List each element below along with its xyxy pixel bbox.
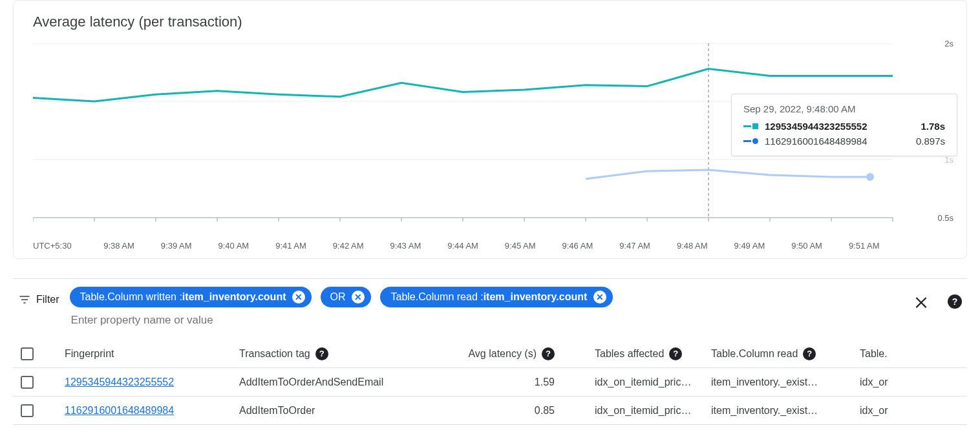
x-tick-label: 9:48 AM — [663, 241, 721, 251]
x-tick-label: 9:39 AM — [147, 241, 205, 251]
chip-remove-icon[interactable]: ✕ — [292, 291, 305, 304]
tooltip-row: 1162916001648489984 0.897s — [743, 136, 945, 147]
chart-plot-area[interactable]: 2s 1.5s 1s 0.5s Sep 29, 2022, 9:48:00 AM… — [33, 43, 953, 237]
row-checkbox[interactable] — [21, 376, 34, 389]
x-tick-label: 9:43 AM — [377, 241, 434, 251]
th-column-write[interactable]: Table. — [860, 348, 931, 360]
x-tick-label: 9:44 AM — [434, 241, 492, 251]
table-row: 1295345944323255552 AddItemToOrderAndSen… — [13, 368, 967, 397]
filter-chips-area: Table.Column written : item_inventory.co… — [67, 287, 913, 333]
chart-series-2-endpoint — [866, 173, 874, 181]
filter-bar: Filter Table.Column written : item_inven… — [13, 278, 967, 333]
close-icon — [913, 293, 930, 310]
filter-icon — [18, 293, 31, 306]
filter-button-label: Filter — [36, 294, 59, 305]
th-label: Avg latency (s) — [468, 348, 537, 360]
transactions-table: Fingerprint Transaction tag ? Avg latenc… — [13, 340, 967, 425]
chip-value: item_inventory.count — [484, 291, 588, 303]
legend-swatch — [743, 138, 758, 144]
x-tick-label: 9:40 AM — [205, 241, 262, 251]
th-column-read[interactable]: Table.Column read ? — [711, 347, 860, 360]
filter-button[interactable]: Filter — [13, 287, 67, 306]
x-tick-label: 9:42 AM — [319, 241, 377, 251]
tooltip-timestamp: Sep 29, 2022, 9:48:00 AM — [743, 103, 945, 114]
x-tick-label: 9:41 AM — [262, 241, 320, 251]
th-tables-affected[interactable]: Tables affected ? — [562, 347, 711, 360]
tables-affected: idx_on_itemid_pric… — [595, 376, 691, 388]
tooltip-series-value: 1.78s — [921, 121, 945, 132]
transaction-tag: AddItemToOrder — [239, 405, 315, 417]
help-button[interactable]: ? — [948, 294, 962, 309]
tooltip-series-id: 1295345944323255552 — [765, 121, 868, 132]
th-transaction-tag[interactable]: Transaction tag ? — [239, 347, 433, 360]
th-label: Table.Column read — [711, 348, 798, 360]
x-tick-label: 9:46 AM — [549, 241, 606, 251]
column-read: item_inventory._exist… — [711, 405, 818, 417]
y-tick-label: 2s — [941, 39, 953, 48]
clear-filter-button[interactable] — [913, 293, 930, 310]
x-tick-label: 9:45 AM — [491, 241, 549, 251]
table-row: 1162916001648489984 AddItemToOrder 0.85 … — [13, 397, 967, 425]
table-header-row: Fingerprint Transaction tag ? Avg latenc… — [13, 340, 967, 368]
avg-latency: 0.85 — [535, 405, 555, 417]
chart-tooltip: Sep 29, 2022, 9:48:00 AM 129534594432325… — [731, 94, 957, 156]
legend-swatch — [743, 123, 758, 129]
latency-chart-card: Average latency (per transaction) — [13, 0, 967, 259]
x-axis-timezone: UTC+5:30 — [33, 241, 91, 251]
x-tick-label: 9:49 AM — [721, 241, 778, 251]
chip-prefix: Table.Column read : — [390, 291, 483, 303]
row-checkbox[interactable] — [21, 404, 34, 417]
transaction-tag: AddItemToOrderAndSendEmail — [239, 376, 383, 388]
chart-series-2 — [586, 170, 870, 179]
chip-prefix: Table.Column written : — [80, 291, 182, 303]
filter-chip-read[interactable]: Table.Column read : item_inventory.count… — [380, 287, 613, 307]
x-tick-label: 9:47 AM — [606, 241, 664, 251]
tooltip-series-value: 0.897s — [916, 136, 945, 147]
y-tick-label: 0.5s — [933, 213, 953, 223]
chip-operator-label: OR — [330, 291, 345, 303]
select-all-checkbox[interactable] — [21, 347, 34, 360]
fingerprint-link[interactable]: 1295345944323255552 — [65, 376, 174, 388]
help-icon[interactable]: ? — [803, 347, 816, 360]
help-icon[interactable]: ? — [542, 347, 555, 360]
help-icon[interactable]: ? — [315, 347, 328, 360]
filter-chip-operator[interactable]: OR ✕ — [321, 287, 371, 307]
x-axis-ticks — [33, 218, 893, 222]
th-label: Tables affected — [595, 348, 664, 360]
filter-input[interactable] — [70, 313, 264, 333]
tables-affected: idx_on_itemid_pric… — [595, 405, 691, 417]
fingerprint-link[interactable]: 1162916001648489984 — [65, 405, 174, 417]
tooltip-series-id: 1162916001648489984 — [765, 136, 868, 147]
th-fingerprint[interactable]: Fingerprint — [65, 348, 239, 360]
filter-chip-written[interactable]: Table.Column written : item_inventory.co… — [70, 287, 312, 307]
th-avg-latency[interactable]: Avg latency (s) ? — [433, 347, 562, 360]
help-icon[interactable]: ? — [669, 347, 682, 360]
chart-title: Average latency (per transaction) — [33, 14, 953, 30]
th-label: Table. — [860, 348, 888, 360]
x-axis-labels: UTC+5:30 9:38 AM 9:39 AM 9:40 AM 9:41 AM… — [33, 241, 893, 251]
x-tick-label: 9:51 AM — [835, 241, 893, 251]
column-write: idx_or — [860, 405, 888, 417]
tooltip-row: 1295345944323255552 1.78s — [743, 121, 945, 132]
x-tick-label: 9:50 AM — [778, 241, 836, 251]
x-tick-label: 9:38 AM — [91, 241, 148, 251]
chip-value: item_inventory.count — [182, 291, 286, 303]
column-read: item_inventory._exist… — [711, 376, 818, 388]
chip-remove-icon[interactable]: ✕ — [593, 291, 606, 304]
column-write: idx_or — [860, 376, 888, 388]
th-label: Transaction tag — [239, 348, 310, 360]
avg-latency: 1.59 — [535, 376, 555, 388]
chip-remove-icon[interactable]: ✕ — [352, 291, 365, 304]
